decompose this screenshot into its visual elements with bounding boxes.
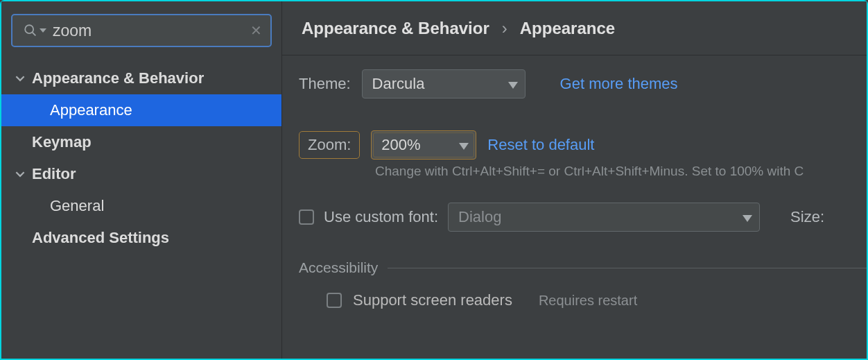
sidebar-item-label: Keymap [11, 135, 92, 150]
requires-restart-hint: Requires restart [539, 293, 637, 309]
font-size-label: Size: [790, 208, 824, 226]
screen-readers-row: Support screen readers Requires restart [327, 291, 867, 309]
font-select[interactable]: Dialog [448, 203, 760, 232]
main-panel: Appearance & Behavior › Appearance Theme… [282, 1, 867, 359]
breadcrumb-separator: › [502, 19, 507, 38]
sidebar-item-label: Appearance & Behavior [29, 71, 204, 86]
settings-tree: Appearance & Behavior Appearance Keymap … [11, 62, 272, 254]
caret-down-icon [459, 136, 469, 154]
sidebar-item-editor[interactable]: Editor [1, 158, 281, 190]
custom-font-checkbox[interactable] [299, 209, 314, 225]
svg-line-1 [33, 33, 36, 36]
zoom-row: Zoom: 200% Reset to default [299, 130, 867, 160]
theme-label: Theme: [299, 75, 351, 93]
sidebar: ✕ Appearance & Behavior Appearance Keyma… [1, 1, 282, 359]
settings-window: ✕ Appearance & Behavior Appearance Keyma… [0, 0, 868, 360]
theme-select[interactable]: Darcula [362, 69, 526, 98]
font-value: Dialog [458, 208, 501, 226]
clear-search-icon[interactable]: ✕ [250, 22, 262, 39]
search-container: ✕ [11, 14, 272, 47]
breadcrumb: Appearance & Behavior › Appearance [282, 1, 867, 55]
sidebar-item-keymap[interactable]: Keymap [1, 126, 281, 158]
zoom-label: Zoom: [299, 131, 360, 159]
theme-value: Darcula [372, 75, 425, 93]
zoom-value: 200% [381, 136, 420, 154]
section-divider [388, 268, 867, 268]
screen-readers-label: Support screen readers [353, 291, 512, 309]
search-icon [23, 23, 46, 38]
custom-font-row: Use custom font: Dialog Size: [299, 203, 867, 232]
svg-point-0 [25, 25, 33, 33]
sidebar-item-label: Editor [29, 166, 76, 182]
sidebar-item-appearance[interactable]: Appearance [1, 94, 281, 126]
reset-zoom-link[interactable]: Reset to default [487, 136, 594, 154]
get-more-themes-link[interactable]: Get more themes [560, 75, 678, 93]
sidebar-item-label: Advanced Settings [11, 230, 169, 246]
sidebar-item-label: Appearance [11, 103, 132, 118]
sidebar-item-advanced-settings[interactable]: Advanced Settings [1, 222, 281, 254]
chevron-down-icon [11, 169, 29, 179]
content: Theme: Darcula Get more themes Zoom: 200… [282, 55, 867, 318]
caret-down-icon [743, 208, 752, 226]
sidebar-item-label: General [11, 198, 104, 214]
zoom-select[interactable]: 200% [371, 130, 476, 160]
zoom-hint: Change with Ctrl+Alt+Shift+= or Ctrl+Alt… [375, 164, 867, 179]
caret-down-icon [508, 75, 518, 93]
screen-readers-checkbox[interactable] [327, 293, 342, 308]
chevron-down-icon [11, 74, 29, 83]
sidebar-item-general[interactable]: General [1, 190, 281, 222]
theme-row: Theme: Darcula Get more themes [299, 69, 867, 98]
accessibility-section: Accessibility [299, 259, 867, 276]
breadcrumb-part: Appearance [520, 19, 615, 38]
custom-font-label: Use custom font: [324, 208, 438, 226]
sidebar-item-appearance-behavior[interactable]: Appearance & Behavior [1, 62, 281, 94]
accessibility-title: Accessibility [299, 259, 378, 276]
breadcrumb-part: Appearance & Behavior [302, 19, 489, 38]
search-input[interactable] [11, 14, 272, 47]
